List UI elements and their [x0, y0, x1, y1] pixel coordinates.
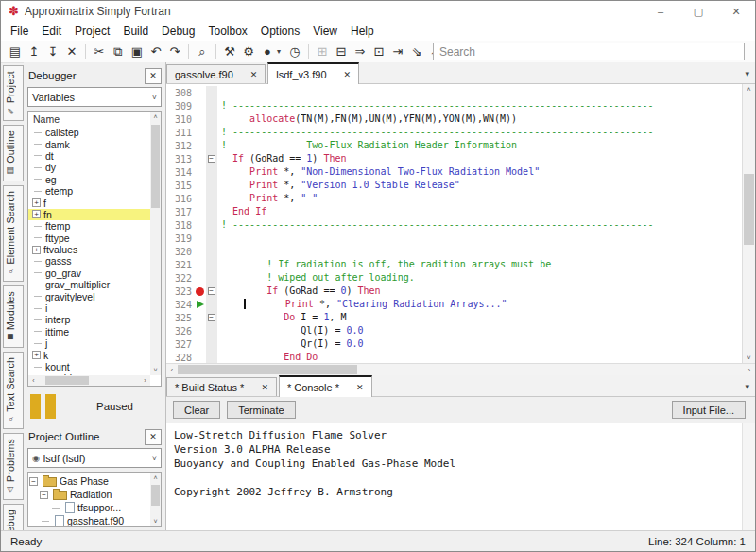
menu-help[interactable]: Help: [344, 25, 381, 38]
code-line-316[interactable]: 316 Print *, " ": [166, 192, 742, 205]
line-number[interactable]: 322: [166, 273, 195, 284]
break-icon[interactable]: ⊡: [369, 43, 388, 61]
side-tab-modules[interactable]: ◼Modules: [3, 285, 24, 348]
code-line-320[interactable]: 320: [166, 245, 742, 258]
variable-row-j[interactable]: j: [28, 337, 150, 349]
variables-horizontal-scrollbar[interactable]: ‹ ›: [28, 375, 150, 386]
variable-row-ftvalues[interactable]: +ftvalues: [28, 244, 150, 255]
current-line-arrow-icon[interactable]: [195, 298, 206, 311]
code-line-322[interactable]: 322 ! wiped out after loading.: [166, 271, 742, 285]
build-icon[interactable]: ⚙: [239, 43, 258, 61]
editor-horizontal-scrollbar[interactable]: ‹ ›: [166, 363, 755, 375]
side-tab-problems[interactable]: ⚠Problems: [3, 433, 24, 500]
new-file-icon[interactable]: ▤: [6, 43, 25, 61]
collapse-icon[interactable]: −: [40, 491, 48, 499]
copy-icon[interactable]: ⧉: [109, 43, 128, 61]
line-number[interactable]: 314: [166, 167, 195, 178]
variable-row-grav_multiplier[interactable]: grav_multiplier: [28, 279, 150, 290]
build-target-icon-dropdown[interactable]: ▾: [277, 47, 285, 56]
open-file-icon[interactable]: ↥: [25, 43, 43, 61]
editor-tab-lsdf-v3-f90[interactable]: lsdf_v3.f90✕: [267, 62, 359, 84]
menu-build[interactable]: Build: [116, 25, 155, 38]
variable-row-gravitylevel[interactable]: gravitylevel: [28, 290, 150, 302]
search-input[interactable]: [433, 43, 745, 60]
close-tab-icon[interactable]: ✕: [356, 383, 364, 392]
close-tab-icon[interactable]: ✕: [261, 383, 268, 392]
collapse-icon[interactable]: −: [29, 477, 38, 486]
variable-row-ftemp[interactable]: ftemp: [28, 220, 150, 232]
line-number[interactable]: 327: [166, 339, 195, 350]
line-number[interactable]: 311: [166, 128, 195, 138]
line-number[interactable]: 316: [166, 194, 195, 204]
variable-row-eg[interactable]: eg: [28, 174, 150, 185]
line-number[interactable]: 309: [166, 101, 195, 112]
scrollbar-thumb[interactable]: [151, 125, 160, 208]
build-target-icon[interactable]: ●: [258, 43, 277, 61]
line-number[interactable]: 312: [166, 141, 195, 151]
scroll-down-icon[interactable]: ˅: [150, 516, 161, 526]
menu-options[interactable]: Options: [254, 25, 306, 38]
scrollbar-thumb[interactable]: [151, 485, 160, 506]
variable-row-f[interactable]: +f: [28, 197, 150, 208]
scroll-right-icon[interactable]: ›: [744, 365, 755, 375]
side-tab-element-search[interactable]: ⌕Element Search: [3, 185, 24, 282]
line-number[interactable]: 324: [166, 300, 195, 310]
close-window-button[interactable]: ✕: [717, 1, 755, 22]
variable-row-k[interactable]: +k: [28, 349, 150, 360]
scroll-down-icon[interactable]: ˅: [743, 353, 755, 363]
step-icon[interactable]: ⇥: [388, 43, 407, 61]
input-file-button[interactable]: Input File...: [672, 401, 746, 419]
cut-icon[interactable]: ✂: [90, 43, 109, 61]
variable-row-damk[interactable]: damk: [28, 138, 150, 149]
variable-row-callstep[interactable]: callstep: [28, 127, 150, 138]
expand-icon[interactable]: +: [32, 198, 41, 207]
scroll-left-icon[interactable]: ‹: [28, 375, 39, 386]
code-line-317[interactable]: 317 End If: [166, 205, 742, 218]
close-tab-icon[interactable]: ✕: [250, 70, 258, 79]
code-area[interactable]: 308309! --------------------------------…: [166, 84, 742, 363]
tab-overflow-icon[interactable]: ▾: [745, 69, 749, 78]
fold-collapse-icon[interactable]: −: [206, 311, 217, 324]
side-tab-project[interactable]: ✎Project: [3, 65, 24, 121]
expand-icon[interactable]: +: [32, 246, 41, 254]
fold-collapse-icon[interactable]: −: [206, 285, 217, 298]
code-line-315[interactable]: 315 Print *, "Version 1.0 Stable Release…: [166, 179, 742, 192]
code-line-324[interactable]: 324 Print *, "Clearing Radiation Arrays.…: [166, 298, 742, 311]
panel-tab-console[interactable]: * Console *✕: [279, 375, 372, 397]
line-number[interactable]: 318: [166, 220, 195, 231]
line-number[interactable]: 313: [166, 154, 195, 164]
outline-item-radiation[interactable]: −Radiation: [28, 488, 150, 501]
save-file-icon[interactable]: ↧: [43, 43, 62, 61]
scrollbar-thumb[interactable]: [45, 376, 89, 385]
outline-vertical-scrollbar[interactable]: ˄ ˅: [150, 473, 161, 526]
code-line-308[interactable]: 308: [166, 86, 742, 99]
side-tab-text-search[interactable]: ⌕Text Search: [3, 352, 24, 429]
scrollbar-thumb[interactable]: [178, 365, 357, 374]
variables-vertical-scrollbar[interactable]: ˄ ˅: [150, 112, 161, 375]
variable-row-fttype[interactable]: fttype: [28, 233, 150, 244]
close-tab-icon[interactable]: ✕: [344, 70, 352, 79]
panel-tab-build-status[interactable]: * Build Status *✕: [166, 377, 277, 396]
breakpoint-icon[interactable]: [195, 285, 206, 298]
clean-icon[interactable]: ⚒: [220, 43, 239, 61]
code-line-313[interactable]: 313− If (GoRad == 1) Then: [166, 152, 742, 165]
scroll-down-icon[interactable]: ˅: [150, 365, 161, 375]
close-outline-icon[interactable]: ✕: [145, 429, 162, 445]
undo-icon[interactable]: ↶: [146, 43, 165, 61]
code-line-326[interactable]: 326 Ql(I) = 0.0: [166, 324, 742, 337]
code-line-323[interactable]: 323− If (GoRad == 0) Then: [166, 285, 742, 298]
scrollbar-thumb[interactable]: [744, 174, 754, 245]
variables-tree-header[interactable]: Name: [28, 112, 161, 126]
variable-row-go_grav[interactable]: go_grav: [28, 267, 150, 279]
line-number[interactable]: 320: [166, 247, 195, 257]
variable-row-dt[interactable]: dt: [28, 150, 150, 162]
variable-row-etemp[interactable]: etemp: [28, 185, 150, 197]
debug-icon[interactable]: ⊟: [332, 43, 351, 61]
variable-row-fn[interactable]: +fn: [28, 209, 150, 220]
scroll-up-icon[interactable]: ˄: [150, 112, 161, 122]
outline-item-tfsuppor-[interactable]: tfsuppor...: [28, 501, 150, 514]
find-icon[interactable]: ⌕: [193, 43, 212, 61]
continue-icon[interactable]: ⇒: [351, 43, 369, 61]
launch-icon[interactable]: ◷: [285, 43, 304, 61]
clear-button[interactable]: Clear: [173, 401, 220, 419]
